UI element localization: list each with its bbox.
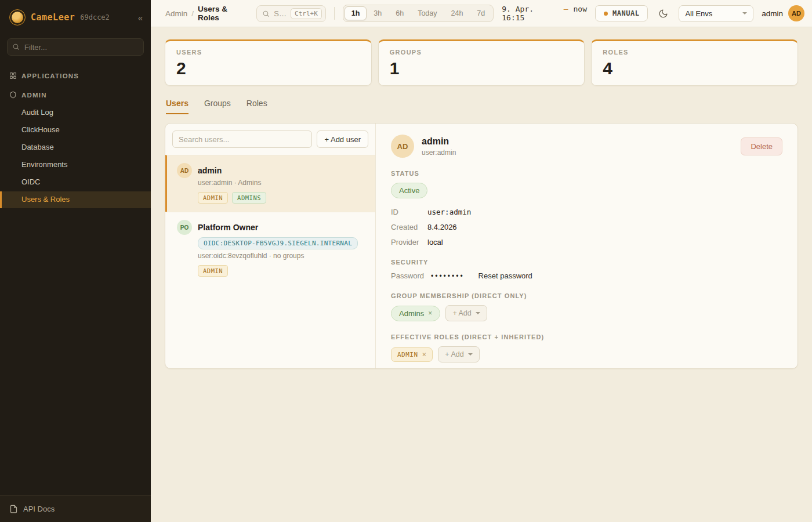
tab-users[interactable]: Users bbox=[166, 99, 188, 114]
sidebar-logo-row: CameLeer 69dcce2 « bbox=[0, 0, 151, 35]
list-item-user-platform-owner[interactable]: PO Platform Owner OIDC:DESKTOP-FB5VGJ9.S… bbox=[165, 212, 375, 285]
status-badge: Active bbox=[391, 183, 427, 198]
app-logo bbox=[9, 9, 26, 26]
oidc-provider-badge: OIDC:DESKTOP-FB5VGJ9.SIEGELN.INTERNAL bbox=[198, 237, 358, 249]
range-today[interactable]: Today bbox=[411, 6, 444, 20]
section-admin-label: ADMIN bbox=[21, 92, 47, 99]
sidebar-nav: Audit Log ClickHouse Database Environmen… bbox=[0, 104, 151, 209]
field-value-provider: local bbox=[427, 238, 782, 246]
stat-label: USERS bbox=[176, 49, 360, 56]
users-panel: + Add user AD admin user:admin · Admins … bbox=[165, 123, 798, 369]
sidebar-item-audit-log[interactable]: Audit Log bbox=[0, 104, 151, 121]
detail-identity: admin user:admin bbox=[422, 136, 456, 157]
avatar: AD bbox=[177, 163, 192, 178]
search-users-input[interactable] bbox=[172, 130, 312, 148]
sidebar-item-environments[interactable]: Environments bbox=[0, 157, 151, 173]
breadcrumb-admin[interactable]: Admin bbox=[165, 9, 187, 18]
dark-mode-toggle[interactable] bbox=[656, 6, 670, 21]
main-content: USERS 2 GROUPS 1 ROLES 4 Users Groups Ro… bbox=[151, 27, 812, 522]
remove-group-icon[interactable]: × bbox=[428, 310, 432, 317]
role-chips-row: ADMIN × + Add bbox=[391, 346, 782, 362]
time-display[interactable]: 9. Apr. 16:15 — now bbox=[502, 5, 587, 22]
topbar: Admin / Users & Roles S… Ctrl+K 1h 3h 6h… bbox=[151, 0, 812, 27]
add-group-label: + Add bbox=[452, 309, 471, 317]
role-chip-admin: ADMIN × bbox=[391, 347, 433, 362]
user-menu[interactable]: admin AD bbox=[762, 5, 804, 21]
remove-role-icon[interactable]: × bbox=[422, 351, 427, 358]
group-chips-row: Admins × + Add bbox=[391, 305, 782, 321]
field-label-provider: Provider bbox=[391, 238, 427, 246]
sidebar-item-users-roles[interactable]: Users & Roles bbox=[0, 191, 151, 208]
manual-label: MANUAL bbox=[612, 9, 639, 17]
app-instance-id: 69dcce2 bbox=[80, 13, 110, 21]
breadcrumb-separator: / bbox=[191, 9, 194, 18]
content-column: Admin / Users & Roles S… Ctrl+K 1h 3h 6h… bbox=[151, 0, 812, 522]
global-search[interactable]: S… Ctrl+K bbox=[256, 5, 325, 22]
list-item-user-admin[interactable]: AD admin user:admin · Admins ADMIN ADMIN… bbox=[165, 155, 375, 212]
sidebar-filter bbox=[7, 38, 144, 56]
detail-user-name: admin bbox=[422, 136, 456, 147]
topbar-divider bbox=[334, 7, 335, 20]
time-from: 9. Apr. 16:15 bbox=[502, 5, 558, 22]
stat-card-roles: ROLES 4 bbox=[591, 39, 798, 86]
delete-user-button[interactable]: Delete bbox=[741, 137, 782, 155]
search-icon bbox=[262, 10, 270, 17]
add-user-button[interactable]: + Add user bbox=[317, 130, 368, 148]
password-label: Password bbox=[391, 271, 431, 280]
stat-value: 4 bbox=[603, 59, 786, 78]
tab-groups[interactable]: Groups bbox=[204, 99, 231, 114]
tab-bar: Users Groups Roles bbox=[165, 99, 798, 114]
user-list-toolbar: + Add user bbox=[165, 124, 375, 155]
api-docs-label: API Docs bbox=[23, 505, 55, 513]
group-membership-header: GROUP MEMBERSHIP (DIRECT ONLY) bbox=[391, 292, 782, 299]
field-label-created: Created bbox=[391, 223, 427, 231]
sidebar-item-oidc[interactable]: OIDC bbox=[0, 174, 151, 191]
environment-select[interactable]: All Envs bbox=[679, 5, 753, 22]
admin-shield-icon bbox=[9, 91, 17, 99]
field-value-id: user:admin bbox=[427, 208, 782, 216]
group-chip-admins: Admins × bbox=[391, 306, 440, 321]
stat-label: ROLES bbox=[603, 49, 786, 56]
user-item-body: admin user:admin · Admins ADMIN ADMINS bbox=[198, 163, 266, 204]
global-search-text: S… bbox=[274, 9, 287, 18]
field-value-created: 8.4.2026 bbox=[427, 223, 782, 231]
app-name: CameLeer bbox=[31, 12, 75, 23]
time-to: now bbox=[574, 5, 587, 22]
sidebar-section-applications[interactable]: APPLICATIONS bbox=[0, 66, 151, 85]
range-1h[interactable]: 1h bbox=[345, 6, 367, 20]
password-mask: •••••••• bbox=[431, 272, 465, 280]
detail-header: AD admin user:admin Delete bbox=[391, 135, 782, 158]
user-subtitle: user:oidc:8evzqofluhld · no groups bbox=[198, 252, 358, 260]
range-7d[interactable]: 7d bbox=[470, 6, 492, 20]
range-24h[interactable]: 24h bbox=[444, 6, 470, 20]
field-label-id: ID bbox=[391, 208, 427, 216]
username-label: admin bbox=[762, 9, 783, 18]
manual-status-dot-icon bbox=[604, 12, 608, 16]
reset-password-link[interactable]: Reset password bbox=[478, 271, 532, 280]
refresh-mode-button[interactable]: MANUAL bbox=[595, 5, 648, 21]
document-icon bbox=[9, 505, 18, 513]
stat-value: 2 bbox=[176, 59, 360, 78]
search-shortcut-kbd: Ctrl+K bbox=[291, 8, 322, 19]
range-3h[interactable]: 3h bbox=[367, 6, 389, 20]
group-badge: ADMINS bbox=[232, 192, 266, 204]
sidebar: CameLeer 69dcce2 « APPLICATIONS ADMIN Au… bbox=[0, 0, 151, 522]
sidebar-section-admin[interactable]: ADMIN bbox=[0, 85, 151, 104]
range-6h[interactable]: 6h bbox=[389, 6, 411, 20]
tab-roles[interactable]: Roles bbox=[246, 99, 267, 114]
sidebar-item-database[interactable]: Database bbox=[0, 139, 151, 156]
breadcrumb: Admin / Users & Roles bbox=[165, 5, 248, 22]
user-subtitle: user:admin · Admins bbox=[198, 179, 266, 187]
group-chip-label: Admins bbox=[399, 309, 424, 318]
sidebar-item-clickhouse[interactable]: ClickHouse bbox=[0, 122, 151, 139]
avatar[interactable]: AD bbox=[788, 5, 804, 21]
moon-icon bbox=[658, 9, 668, 19]
sidebar-collapse-icon[interactable]: « bbox=[138, 13, 143, 23]
add-group-button[interactable]: + Add bbox=[445, 305, 487, 321]
add-role-button[interactable]: + Add bbox=[438, 346, 479, 362]
user-detail-panel: AD admin user:admin Delete STATUS Active… bbox=[376, 124, 798, 368]
role-badge: ADMIN bbox=[198, 265, 228, 277]
sidebar-filter-input[interactable] bbox=[7, 38, 144, 56]
api-docs-link[interactable]: API Docs bbox=[0, 495, 151, 522]
status-section-header: STATUS bbox=[391, 170, 782, 177]
